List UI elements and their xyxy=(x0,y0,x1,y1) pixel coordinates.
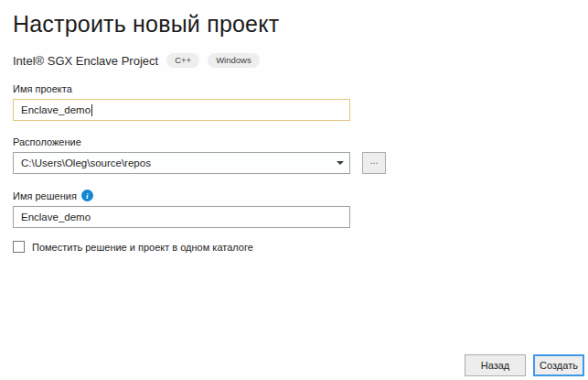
footer-buttons: Назад Создать xyxy=(465,354,584,376)
project-name-input[interactable]: Enclave_demo xyxy=(13,99,350,121)
back-button[interactable]: Назад xyxy=(465,354,526,376)
same-directory-label[interactable]: Поместить решение и проект в одном катал… xyxy=(32,242,253,253)
project-type-row: Intel® SGX Enclave Project C++ Windows xyxy=(13,53,588,68)
text-caret xyxy=(91,104,92,116)
browse-button[interactable]: ... xyxy=(362,152,386,174)
solution-name-label-row: Имя решения xyxy=(13,190,397,201)
location-row: C:\Users\Oleg\source\repos ... xyxy=(13,152,397,174)
same-directory-row: Поместить решение и проект в одном катал… xyxy=(13,241,397,253)
chevron-down-icon xyxy=(337,161,344,165)
same-directory-checkbox[interactable] xyxy=(13,241,25,253)
info-icon xyxy=(81,190,93,201)
location-label: Расположение xyxy=(13,136,397,147)
location-value: C:\Users\Oleg\source\repos xyxy=(21,157,337,168)
solution-name-label: Имя решения xyxy=(13,190,77,201)
tag-cpp: C++ xyxy=(166,53,199,68)
configure-project-page: Настроить новый проект Intel® SGX Enclav… xyxy=(0,0,588,253)
create-button[interactable]: Создать xyxy=(533,354,584,376)
project-name-value: Enclave_demo xyxy=(21,104,91,115)
project-name-label: Имя проекта xyxy=(13,83,397,94)
tag-windows: Windows xyxy=(208,53,260,68)
location-combobox[interactable]: C:\Users\Oleg\source\repos xyxy=(13,152,350,174)
solution-name-value: Enclave_demo xyxy=(21,212,91,223)
page-title: Настроить новый проект xyxy=(13,11,588,38)
project-form: Имя проекта Enclave_demo Расположение C:… xyxy=(13,83,397,253)
solution-name-input[interactable]: Enclave_demo xyxy=(13,206,350,228)
project-template-name: Intel® SGX Enclave Project xyxy=(13,54,158,68)
